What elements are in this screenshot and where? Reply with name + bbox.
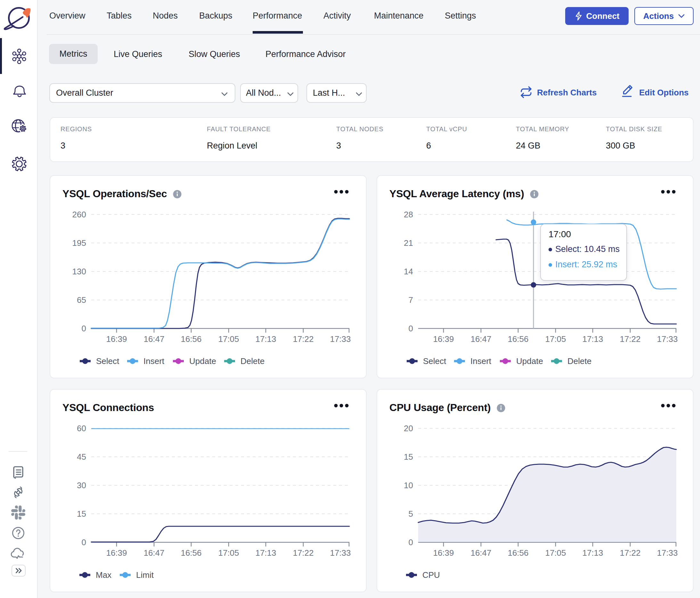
svg-text:17:22: 17:22 — [620, 548, 641, 558]
svg-text:16:39: 16:39 — [433, 334, 454, 344]
svg-text:17:05: 17:05 — [218, 548, 239, 558]
svg-text:10: 10 — [404, 480, 413, 490]
svg-text:17:13: 17:13 — [255, 548, 276, 558]
svg-text:130: 130 — [72, 267, 86, 276]
svg-text:17:33: 17:33 — [657, 548, 678, 558]
svg-text:16:56: 16:56 — [507, 548, 528, 558]
svg-text:Delete: Delete — [568, 356, 592, 366]
svg-text:16:47: 16:47 — [470, 548, 491, 558]
svg-text:17:05: 17:05 — [545, 548, 566, 558]
svg-text:17:13: 17:13 — [582, 334, 603, 344]
svg-text:0: 0 — [408, 538, 413, 547]
svg-text:17:33: 17:33 — [657, 334, 678, 344]
svg-text:16:39: 16:39 — [106, 548, 127, 558]
svg-text:17:13: 17:13 — [582, 548, 603, 558]
svg-text:30: 30 — [77, 480, 86, 490]
svg-text:Insert: Insert — [144, 356, 165, 366]
svg-text:16:39: 16:39 — [106, 334, 127, 344]
svg-text:17:05: 17:05 — [545, 334, 566, 344]
svg-text:Insert: Insert — [470, 356, 492, 366]
svg-text:17:22: 17:22 — [293, 548, 314, 558]
svg-text:0: 0 — [82, 538, 86, 547]
svg-text:45: 45 — [77, 452, 86, 462]
svg-text:16:39: 16:39 — [433, 548, 454, 558]
svg-text:16:47: 16:47 — [144, 334, 164, 344]
svg-text:260: 260 — [72, 210, 86, 219]
svg-text:0: 0 — [408, 324, 413, 333]
svg-text:21: 21 — [404, 238, 413, 248]
svg-text:Limit: Limit — [136, 570, 154, 580]
svg-text:CPU: CPU — [422, 570, 440, 580]
svg-text:17:05: 17:05 — [218, 334, 239, 344]
svg-text:17:33: 17:33 — [330, 334, 351, 344]
svg-text:7: 7 — [408, 295, 413, 305]
svg-text:16:47: 16:47 — [470, 334, 491, 344]
svg-text:60: 60 — [77, 423, 86, 433]
svg-text:Update: Update — [516, 356, 543, 366]
svg-text:16:56: 16:56 — [507, 334, 528, 344]
svg-text:17:13: 17:13 — [255, 334, 276, 344]
svg-text:Update: Update — [189, 356, 216, 366]
svg-text:5: 5 — [408, 509, 413, 519]
svg-text:Delete: Delete — [241, 356, 265, 366]
svg-text:15: 15 — [77, 509, 86, 519]
svg-text:17:22: 17:22 — [620, 334, 641, 344]
svg-text:0: 0 — [82, 324, 86, 333]
svg-text:65: 65 — [77, 295, 86, 305]
svg-text:17:22: 17:22 — [293, 334, 314, 344]
svg-text:28: 28 — [404, 210, 413, 219]
svg-text:Max: Max — [96, 570, 111, 580]
svg-text:15: 15 — [404, 452, 413, 462]
svg-text:14: 14 — [404, 267, 413, 276]
svg-text:20: 20 — [404, 423, 413, 433]
svg-text:Select: Select — [96, 356, 120, 366]
svg-text:16:56: 16:56 — [181, 548, 201, 558]
svg-text:Select: Select — [423, 356, 446, 366]
svg-text:16:56: 16:56 — [181, 334, 201, 344]
svg-text:16:47: 16:47 — [144, 548, 164, 558]
svg-text:195: 195 — [72, 238, 86, 248]
svg-text:17:33: 17:33 — [330, 548, 351, 558]
